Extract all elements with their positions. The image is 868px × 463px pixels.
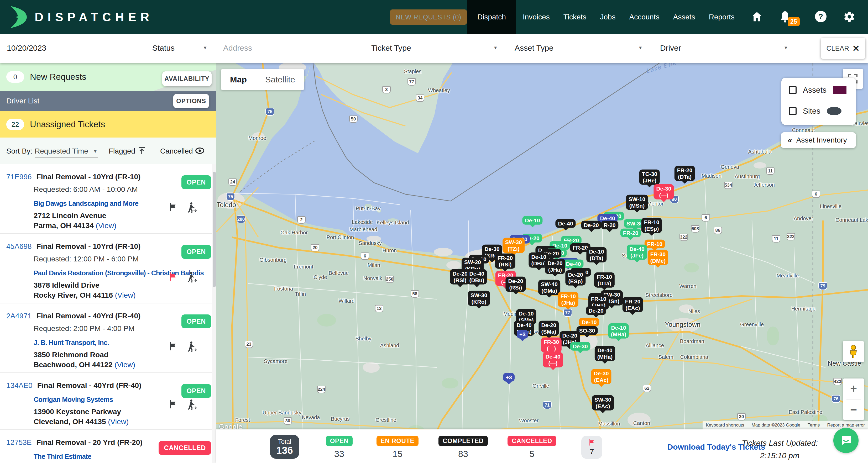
attribution-item[interactable]: Terms [808, 423, 820, 428]
satellite-view-button[interactable]: Satellite [256, 69, 304, 90]
tab-invoices[interactable]: Invoices [516, 0, 557, 34]
attribution-item[interactable]: Report a map error [827, 423, 865, 428]
ticket-flag-button[interactable] [168, 341, 178, 354]
map-marker[interactable]: De-40(DBu) [467, 269, 487, 284]
city-label: Marblehead [349, 226, 377, 233]
map-canvas[interactable]: Lake Erie StaplesWheatleyMonroeToledoOak… [216, 63, 868, 463]
map-marker[interactable]: R-20 [601, 221, 618, 229]
map-marker[interactable]: De-40(MHa) [595, 346, 615, 361]
address-filter-input[interactable]: Address [223, 40, 356, 58]
asset-inventory-button[interactable]: « Asset Inventory [781, 132, 856, 148]
map-marker[interactable]: SW-30(EAc) [592, 395, 614, 410]
map-marker[interactable]: De-30(EAc) [591, 369, 611, 384]
map-view-button[interactable]: Map [221, 69, 256, 90]
map-marker[interactable]: FR-10(ESp) [642, 218, 662, 233]
map-marker[interactable]: De-20 [581, 221, 601, 229]
map-marker[interactable]: FR-10 [645, 240, 665, 248]
map-marker[interactable]: SW-30(TZi) [502, 238, 525, 253]
map-marker[interactable]: De-10 [522, 216, 542, 225]
map-marker[interactable]: FR-20 [620, 228, 641, 237]
new-requests-section-header[interactable]: 0 New Requests AVAILABILITY [0, 63, 216, 91]
settings-gear-icon[interactable] [843, 11, 856, 23]
map-marker[interactable]: De-30 [570, 342, 590, 351]
map-marker[interactable]: +3 [503, 373, 515, 382]
map-marker[interactable]: SW-30(KRo) [468, 291, 490, 306]
status-filter-select[interactable]: Status▼ [145, 40, 210, 58]
assets-checkbox[interactable] [789, 86, 797, 94]
map-marker[interactable]: De-40 [555, 219, 576, 228]
tab-tickets[interactable]: Tickets [557, 0, 593, 34]
ticket-assign-button[interactable] [186, 202, 197, 215]
map-marker[interactable]: FR-10(DTa) [594, 273, 615, 288]
ticket-flag-button[interactable] [168, 272, 178, 285]
map-marker[interactable]: De-10(MHa) [608, 323, 629, 339]
ticket-view-link[interactable]: (View) [96, 221, 117, 230]
ticket-flag-button[interactable] [168, 202, 178, 215]
map-marker[interactable]: FR-30(—) [541, 338, 562, 353]
ticket-view-link[interactable]: (View) [108, 418, 129, 426]
logo[interactable]: DISPATCHER [0, 6, 153, 28]
ticket-type-filter-select[interactable]: Ticket Type▼ [371, 40, 500, 58]
map-marker[interactable]: FR-20(DTa) [675, 166, 695, 181]
attribution-item[interactable]: Map data ©2023 Google [752, 423, 801, 428]
clear-filters-button[interactable]: CLEAR✕ [821, 38, 865, 59]
tab-assets[interactable]: Assets [666, 0, 702, 34]
map-marker[interactable]: De-20(JHa) [545, 259, 565, 274]
map-marker[interactable]: De-10 [579, 318, 599, 327]
tab-reports[interactable]: Reports [702, 0, 741, 34]
ticket-assign-button[interactable] [186, 272, 197, 285]
ticket-id-link[interactable]: 2A4971 [6, 312, 32, 320]
ticket-id-link[interactable]: 45A698 [6, 242, 32, 250]
home-icon[interactable] [751, 11, 764, 23]
flagged-sort-icon[interactable] [137, 147, 146, 157]
sort-by-select[interactable]: Requested Time [35, 147, 88, 155]
map-marker[interactable]: De-40(JFe) [627, 245, 647, 260]
new-requests-label: New Requests [30, 72, 86, 82]
map-marker[interactable]: SW-10(MSn) [626, 195, 648, 210]
driver-filter-select[interactable]: Driver▼ [660, 40, 790, 58]
date-filter-input[interactable]: 10/20/2023 [7, 40, 95, 58]
asset-type-filter-select[interactable]: Asset Type▼ [515, 40, 645, 58]
map-marker[interactable]: De-20 [586, 306, 606, 315]
tab-jobs[interactable]: Jobs [593, 0, 622, 34]
sites-checkbox[interactable] [789, 107, 797, 115]
map-marker[interactable]: +3 [517, 330, 528, 339]
map-marker[interactable]: De-20(RSi) [505, 277, 526, 292]
ticket-assign-button[interactable] [186, 399, 197, 412]
zoom-in-button[interactable]: + [843, 378, 864, 399]
availability-button[interactable]: AVAILABILITY [162, 71, 212, 86]
map-marker[interactable]: De-40(—) [543, 352, 563, 367]
map-marker[interactable]: FR-20(EAc) [622, 297, 643, 312]
map-marker[interactable]: FR-30(DMe) [648, 250, 668, 265]
ticket-id-link[interactable]: 12753E [6, 438, 32, 446]
map-marker[interactable]: FR-10(JHa) [558, 292, 579, 307]
zoom-out-button[interactable]: − [843, 400, 864, 420]
notifications-bell-icon[interactable]: 25 [779, 11, 792, 23]
map-marker[interactable]: TC-30(JHe) [639, 169, 660, 185]
map-marker[interactable]: De-40 [563, 259, 583, 268]
ticket-flag-button[interactable] [168, 399, 178, 412]
chat-support-button[interactable] [833, 428, 859, 453]
map-marker[interactable]: De-20(SMa) [538, 321, 559, 336]
map-marker[interactable]: FR-20(RSi) [495, 253, 516, 269]
ticket-assign-button[interactable] [186, 341, 197, 354]
cancelled-visibility-icon[interactable] [195, 147, 204, 156]
new-requests-button[interactable]: NEW REQUESTS (0) [390, 9, 467, 25]
street-view-pegman[interactable] [843, 341, 864, 362]
map-marker[interactable]: De-10(DTa) [586, 247, 607, 263]
map-marker[interactable]: SW-40(GMa) [538, 280, 560, 295]
ticket-status-badge: OPEN [181, 384, 211, 398]
map-marker[interactable]: De-30(—) [653, 184, 674, 199]
sidebar-scrollbar[interactable] [212, 164, 216, 463]
ticket-id-link[interactable]: 134AE0 [6, 381, 33, 390]
help-icon[interactable]: ? [815, 11, 828, 23]
tab-accounts[interactable]: Accounts [622, 0, 666, 34]
tab-dispatch[interactable]: Dispatch [467, 0, 516, 34]
options-button[interactable]: OPTIONS [173, 94, 209, 108]
driver-list-section-header[interactable]: Driver List OPTIONS [0, 91, 216, 111]
ticket-id-link[interactable]: 71E996 [6, 173, 32, 181]
map-marker[interactable]: De-20(ESp) [565, 270, 586, 285]
unassigned-tickets-section-header[interactable]: 22 Unassigned Tickets [0, 111, 216, 137]
ticket-view-link[interactable]: (View) [115, 291, 136, 299]
ticket-view-link[interactable]: (View) [115, 361, 135, 369]
